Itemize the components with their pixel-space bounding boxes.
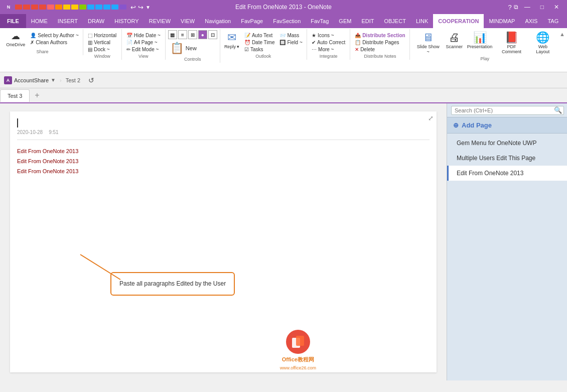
clean-authors-btn[interactable]: ✗ Clean Authors [28, 39, 80, 46]
maximize-btn[interactable]: □ [536, 3, 548, 12]
ctrl-btn1[interactable]: ▦ [168, 30, 177, 39]
dock-icon: ▤ [88, 47, 92, 52]
notebook-undo-btn[interactable]: ↺ [86, 75, 96, 85]
tab-link[interactable]: LINK [411, 14, 433, 28]
tab-favtag[interactable]: FavTag [306, 14, 334, 28]
hide-date-btn[interactable]: 📅 Hide Date ~ [124, 32, 163, 39]
tab-edit[interactable]: EDIT [356, 14, 379, 28]
color-dot-red3[interactable] [31, 5, 38, 10]
tab-insert[interactable]: INSERT [53, 14, 83, 28]
tab-cooperation[interactable]: COOPERATION [433, 14, 484, 28]
redo-btn[interactable]: ↪ [138, 4, 144, 11]
delete-btn[interactable]: ✕ Delete [353, 46, 407, 53]
edit-mode-btn[interactable]: ✏ Edit Mode ~ [124, 46, 163, 53]
auto-correct-btn[interactable]: ✔ Auto Correct [310, 39, 347, 46]
more-integrate-btn[interactable]: ⋯ More ~ [310, 46, 347, 53]
ctrl-btn4[interactable]: ● [198, 30, 207, 39]
ctrl-btn5[interactable]: ⊡ [208, 30, 217, 39]
slide-show-btn[interactable]: 🖥 Slide Show ~ [413, 30, 443, 55]
undo-btn[interactable]: ↩ [130, 4, 136, 11]
add-tab-btn[interactable]: + [31, 89, 43, 102]
pdf-comment-btn[interactable]: 📕 PDF Comment [495, 30, 528, 55]
color-dot-green[interactable] [79, 5, 86, 10]
mass-btn[interactable]: 📨 Mass [277, 32, 304, 39]
search-button[interactable]: 🔍 [553, 105, 563, 115]
color-dot-purple[interactable] [119, 5, 126, 10]
restore-btn[interactable]: ⧉ [514, 4, 518, 11]
color-dot-red[interactable] [15, 5, 22, 10]
help-btn[interactable]: ? [508, 4, 512, 11]
color-dot-orange[interactable] [55, 5, 62, 10]
controls-small-btns: ▦ ≡ ⊞ ● ⊡ [168, 30, 217, 39]
close-btn[interactable]: ✕ [550, 3, 563, 12]
dock-btn[interactable]: ▤ Dock ~ [86, 46, 118, 53]
ctrl-btn3[interactable]: ⊞ [188, 30, 197, 39]
tab-tag[interactable]: TAG [542, 14, 563, 28]
new-btn[interactable]: 📋 New [168, 41, 217, 56]
tab-review[interactable]: REVIEW [144, 14, 176, 28]
more-qa-btn[interactable]: ▼ [146, 5, 151, 10]
web-layout-btn[interactable]: 🌐 Web Layout [529, 30, 557, 55]
tab-view[interactable]: VIEW [176, 14, 200, 28]
tab-favpage[interactable]: FavPage [236, 14, 268, 28]
horizontal-btn[interactable]: ⬚ Horizontal [86, 32, 118, 39]
vertical-btn[interactable]: ▥ Vertical [86, 39, 118, 46]
minimize-btn[interactable]: — [520, 3, 534, 12]
reply-btn[interactable]: ✉ Reply ▾ [222, 30, 241, 50]
expand-btn[interactable]: ⤢ [428, 114, 434, 122]
integrate-group-label: Integrate [320, 53, 338, 59]
ribbon-collapse-btn[interactable]: ▲ [559, 29, 565, 37]
onedrive-btn[interactable]: ☁ OneDrive [4, 30, 27, 48]
color-dot-yellow[interactable] [63, 5, 70, 10]
color-dot-red2[interactable] [23, 5, 30, 10]
a4-page-btn[interactable]: 📄 A4 Page ~ [124, 39, 163, 46]
scanner-btn[interactable]: 🖨 Scanner [444, 30, 465, 50]
color-dot-pink[interactable] [47, 5, 54, 10]
color-dot-blue3[interactable] [103, 5, 110, 10]
sidebar-page-gem-menu[interactable]: Gem Menu for OneNote UWP [447, 136, 567, 151]
distribute-pages-btn[interactable]: 📋 Distribute Pages [353, 39, 407, 46]
callout-text: Paste all paragraphs Edited by the User [119, 280, 226, 287]
notebook-dropdown[interactable]: ▼ [51, 77, 56, 83]
sidebar-page-edit-onenote[interactable]: Edit From OneNote 2013 [447, 166, 567, 181]
color-dot-blue[interactable] [87, 5, 94, 10]
ctrl-btn2[interactable]: ≡ [178, 30, 187, 39]
tab-mindmap[interactable]: MINDMAP [484, 14, 520, 28]
field-btn[interactable]: 🔲 Field ~ [277, 39, 304, 46]
add-page-label: Add Page [462, 121, 492, 129]
tab-object[interactable]: OBJECT [379, 14, 410, 28]
tab-draw[interactable]: DRAW [83, 14, 109, 28]
horizontal-icon: ⬚ [88, 33, 92, 38]
tab-file[interactable]: FILE [0, 14, 26, 28]
color-dot-red4[interactable] [39, 5, 46, 10]
notebook-item[interactable]: A AccountShare ▼ [4, 76, 56, 84]
clean-icon: ✗ [30, 40, 34, 45]
reply-dropdown[interactable]: ▾ [237, 44, 239, 49]
search-input[interactable] [451, 106, 564, 115]
tab-navigation[interactable]: Navigation [200, 14, 236, 28]
presentation-btn[interactable]: 📊 Presentation [465, 30, 494, 50]
color-dot-blue2[interactable] [95, 5, 102, 10]
play-group-content: 🖥 Slide Show ~ 🖨 Scanner 📊 Presentation … [413, 30, 556, 55]
tab-more[interactable]: Microsoft... [563, 14, 567, 28]
author-icon: 👤 [30, 33, 36, 38]
tasks-btn[interactable]: ☑ Tasks [242, 46, 277, 53]
tab-favsection[interactable]: FavSection [268, 14, 306, 28]
tab-gem[interactable]: GEM [334, 14, 356, 28]
auto-text-btn[interactable]: 📝 Auto Text [242, 32, 277, 39]
select-by-author-btn[interactable]: 👤 Select by Author ~ [28, 32, 80, 39]
tasks-icon: ☑ [244, 47, 249, 52]
page-tab-test3[interactable]: Test 3 [0, 89, 30, 102]
sidebar-page-multiple-users[interactable]: Multiple Users Edit This Page [447, 151, 567, 166]
icons-btn[interactable]: ★ Icons ~ [310, 32, 347, 39]
distribute-section-btn[interactable]: 📤 Distribute Section [353, 32, 407, 39]
color-dot-yellow2[interactable] [71, 5, 78, 10]
tab-axis[interactable]: AXIS [520, 14, 542, 28]
tab-history[interactable]: HISTORY [109, 14, 144, 28]
date-time-btn[interactable]: ⏰ Date Time [242, 39, 277, 46]
note-page[interactable]: ⤢ 2020-10-28 9:51 Edit From OneNote 2013… [10, 111, 437, 372]
add-page-btn[interactable]: ⊕ Add Page [447, 117, 567, 134]
color-dot-blue4[interactable] [111, 5, 118, 10]
tab-home[interactable]: HOME [26, 14, 53, 28]
web-icon: 🌐 [536, 31, 549, 44]
